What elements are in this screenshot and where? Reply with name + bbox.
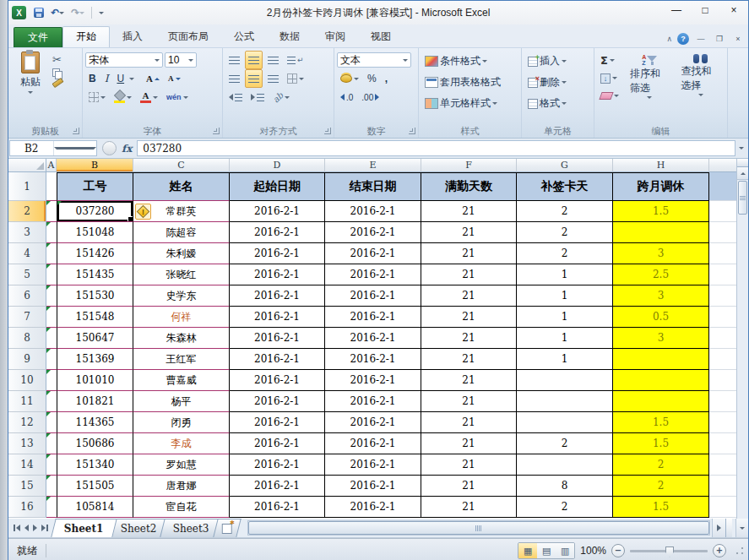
column-header-C[interactable]: C [133,159,230,172]
column-header-D[interactable]: D [230,159,325,172]
cell-E10[interactable]: 2016-2-1 [325,370,421,391]
cell-D16[interactable]: 2016-2-1 [230,497,325,518]
cell-partial-12[interactable] [709,412,737,433]
cell-F5[interactable]: 21 [421,264,517,285]
cell-F2[interactable]: 21 [421,201,517,222]
cell-A2[interactable] [46,201,57,222]
clipboard-dialog-launcher[interactable] [73,128,79,134]
cell-F11[interactable]: 21 [421,391,517,412]
vertical-scroll-thumb[interactable] [738,181,747,215]
cell-H8[interactable]: 3 [613,328,709,349]
expand-formula-bar-icon[interactable] [735,147,747,150]
cell-A12[interactable] [46,412,57,433]
column-header-H[interactable]: H [613,159,709,172]
increase-decimal-button[interactable]: .0 [337,88,356,106]
cell-E8[interactable]: 2016-2-1 [325,328,421,349]
close-button[interactable]: × [719,1,748,19]
font-size-combo[interactable]: 10 [165,52,197,68]
clear-button[interactable] [597,88,622,104]
row-header-11[interactable]: 11 [8,391,46,412]
cell-B14[interactable]: 151340 [57,454,133,476]
cell-H14[interactable]: 2 [613,454,709,476]
cell-C7[interactable]: 何祥 [133,307,230,328]
cell-D10[interactable]: 2016-2-1 [230,370,325,391]
row-header-16[interactable]: 16 [8,497,46,518]
align-middle-button[interactable] [245,51,263,69]
cell-F8[interactable]: 21 [421,328,517,349]
cell-C8[interactable]: 朱森林 [133,328,230,349]
cell-partial-8[interactable] [709,328,737,349]
cell-C5[interactable]: 张晓红 [133,264,230,285]
cell-C14[interactable]: 罗如慧 [133,454,230,476]
cell-A1[interactable] [46,172,57,201]
column-header-E[interactable]: E [325,159,421,172]
cell-F14[interactable]: 21 [421,454,517,476]
cell-C1[interactable]: 姓名 [133,172,230,201]
name-box[interactable]: B2 [9,140,97,156]
insert-cells-button[interactable]: + 插入 [524,52,570,71]
accounting-format-button[interactable] [337,69,362,88]
format-as-table-button[interactable]: 套用表格格式 [421,73,504,92]
row-header-15[interactable]: 15 [8,476,46,497]
format-painter-icon[interactable] [52,78,63,88]
redo-button[interactable]: ↷ [69,6,86,20]
number-format-combo[interactable]: 文本 [337,52,411,68]
row-header-10[interactable]: 10 [8,370,46,391]
italic-button[interactable]: I [101,69,112,88]
cell-A8[interactable] [46,328,57,349]
scroll-down-icon[interactable] [735,519,748,537]
horizontal-scroll-thumb[interactable] [248,521,709,535]
normal-view-icon[interactable]: ▦ [518,543,537,558]
font-dialog-launcher[interactable] [213,128,220,134]
cell-partial-5[interactable] [709,264,737,285]
cell-G12[interactable] [517,412,613,433]
align-left-button[interactable] [225,69,243,88]
decrease-indent-button[interactable] [225,88,246,106]
autosum-button[interactable]: Σ [597,52,622,68]
resize-grip[interactable] [735,546,745,556]
cell-F9[interactable]: 21 [421,349,517,370]
paste-button[interactable]: 粘贴 [11,51,50,95]
format-cells-button[interactable]: 格式 [524,95,570,113]
cell-A10[interactable] [46,370,57,391]
column-header-partial[interactable] [709,159,737,172]
customize-qat-button[interactable] [97,6,106,20]
cell-H10[interactable] [613,370,709,391]
cell-H1[interactable]: 跨月调休 [613,172,709,201]
cell-partial-3[interactable] [709,222,737,243]
cell-partial-6[interactable] [709,285,737,307]
tab-formulas[interactable]: 公式 [221,27,267,47]
cell-D7[interactable]: 2016-2-1 [230,307,325,328]
cell-C13[interactable]: 李成 [133,433,230,454]
align-bottom-button[interactable] [264,51,282,69]
cell-partial-11[interactable] [709,391,737,412]
cell-C10[interactable]: 曹嘉威 [133,370,230,391]
cell-H16[interactable]: 1.5 [613,497,709,518]
cell-D15[interactable]: 2016-2-1 [230,476,325,497]
cell-H9[interactable] [613,349,709,370]
cell-H12[interactable]: 1.5 [613,412,709,433]
next-sheet-button[interactable] [33,525,37,531]
cell-A11[interactable] [46,391,57,412]
cell-B16[interactable]: 105814 [57,497,133,518]
cell-A9[interactable] [46,349,57,370]
horizontal-scrollbar[interactable] [247,520,710,536]
underline-button[interactable]: U [113,69,128,88]
cell-B8[interactable]: 150647 [57,328,133,349]
cell-D1[interactable]: 起始日期 [230,172,325,201]
cell-G2[interactable]: 2 [517,201,613,222]
save-button[interactable] [32,6,46,20]
cell-A4[interactable] [46,243,57,264]
cell-G7[interactable]: 1 [517,307,613,328]
zoom-in-button[interactable]: + [713,544,726,557]
cell-G14[interactable] [517,454,613,476]
cell-F12[interactable]: 21 [421,412,517,433]
collapse-ribbon-icon[interactable]: ∧ [666,35,672,43]
cell-D6[interactable]: 2016-2-1 [230,285,325,307]
cell-B2[interactable]: 037280 [57,201,133,222]
shrink-font-button[interactable]: A [165,69,184,88]
cell-F7[interactable]: 21 [421,307,517,328]
find-select-button[interactable]: 查找和选择 [677,51,725,104]
zoom-slider[interactable] [630,550,708,552]
cell-partial-1[interactable] [709,172,737,201]
